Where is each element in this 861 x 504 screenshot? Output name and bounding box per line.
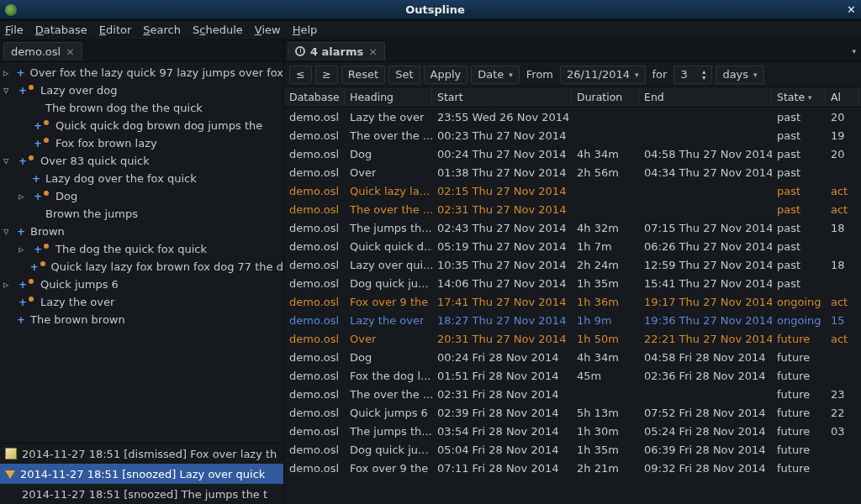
- expand-icon[interactable]: ▹: [3, 278, 13, 291]
- expand-icon[interactable]: ▿: [3, 225, 13, 238]
- tree-item[interactable]: ▿+Over 83 quick quick: [0, 152, 283, 170]
- tree-item[interactable]: +Lazy dog over the fox quick: [0, 170, 283, 187]
- schedule-grid[interactable]: demo.oslLazy the over23:55 Wed 26 Nov 20…: [284, 108, 861, 504]
- cell-db: demo.osl: [284, 348, 345, 366]
- table-row[interactable]: demo.oslDog quick ju...05:04 Fri 28 Nov …: [284, 440, 861, 459]
- col-alarm[interactable]: Al: [826, 87, 859, 107]
- tab-overflow-icon[interactable]: ▾: [852, 47, 856, 55]
- cell-state: future: [772, 366, 826, 385]
- table-row[interactable]: demo.oslFox over 9 the07:11 Fri 28 Nov 2…: [284, 459, 861, 477]
- count-spinner[interactable]: 3▴▾: [673, 66, 712, 84]
- tab-demo-osl[interactable]: demo.osl ×: [3, 42, 82, 60]
- cell-db: demo.osl: [284, 255, 345, 274]
- cell-start: 00:24 Fri 28 Nov 2014: [432, 348, 572, 366]
- log-row[interactable]: 2014-11-27 18:51 [snoozed] Lazy over qui…: [0, 464, 283, 484]
- close-button[interactable]: ✕: [847, 3, 856, 16]
- table-row[interactable]: demo.oslThe over the ...00:23 Thu 27 Nov…: [284, 126, 861, 144]
- menu-database[interactable]: Database: [35, 24, 87, 36]
- cell-state: past: [772, 255, 826, 274]
- cell-al: [826, 366, 859, 385]
- plus-bullet-icon: +: [28, 261, 47, 273]
- table-row[interactable]: demo.oslFox over 9 the17:41 Thu 27 Nov 2…: [284, 292, 861, 311]
- table-row[interactable]: demo.oslLazy the over23:55 Wed 26 Nov 20…: [284, 108, 861, 126]
- log-row[interactable]: 2014-11-27 18:51 [snoozed] The jumps the…: [0, 484, 283, 504]
- col-database[interactable]: Database: [284, 87, 345, 107]
- expand-icon[interactable]: ▹: [3, 66, 13, 79]
- tree-item[interactable]: ▹+Quick jumps 6: [0, 276, 283, 293]
- unit-select[interactable]: days▾: [716, 66, 763, 84]
- tree-item[interactable]: ▹+The dog the quick fox quick: [0, 240, 283, 258]
- table-row[interactable]: demo.oslThe jumps th...03:54 Fri 28 Nov …: [284, 422, 861, 440]
- cell-dur: [572, 126, 639, 144]
- cell-head: Lazy the over: [345, 311, 432, 329]
- close-icon[interactable]: ×: [368, 45, 378, 58]
- reset-button[interactable]: Reset: [341, 66, 385, 84]
- tab-alarms[interactable]: 4 alarms ×: [288, 42, 385, 60]
- table-row[interactable]: demo.oslQuick lazy la...02:15 Thu 27 Nov…: [284, 181, 861, 200]
- table-row[interactable]: demo.oslFox the dog l...01:51 Fri 28 Nov…: [284, 366, 861, 385]
- col-start[interactable]: Start: [432, 87, 572, 107]
- date-select[interactable]: 26/11/2014▾: [560, 66, 645, 84]
- cell-dur: [572, 200, 639, 218]
- tree-item[interactable]: ▿+Lazy over dog: [0, 81, 283, 99]
- cell-al: 20: [826, 144, 859, 163]
- table-row[interactable]: demo.oslQuick quick d...05:19 Thu 27 Nov…: [284, 237, 861, 255]
- table-row[interactable]: demo.oslOver01:38 Thu 27 Nov 20142h 56m0…: [284, 163, 861, 181]
- tree-item[interactable]: +The brown brown: [0, 311, 283, 328]
- menu-file[interactable]: File: [5, 24, 24, 36]
- table-row[interactable]: demo.oslThe jumps th...02:43 Thu 27 Nov …: [284, 218, 861, 237]
- col-duration[interactable]: Duration: [572, 87, 639, 107]
- apply-button[interactable]: Apply: [424, 66, 468, 84]
- table-row[interactable]: demo.oslLazy the over18:27 Thu 27 Nov 20…: [284, 311, 861, 329]
- tree-item-label: The dog the quick fox quick: [55, 243, 207, 255]
- set-button[interactable]: Set: [388, 66, 420, 84]
- menu-schedule[interactable]: Schedule: [193, 24, 243, 36]
- expand-icon[interactable]: ▹: [18, 190, 29, 202]
- cell-dur: 5h 13m: [572, 403, 639, 422]
- menu-search[interactable]: Search: [143, 24, 181, 36]
- table-row[interactable]: demo.oslQuick jumps 602:39 Fri 28 Nov 20…: [284, 403, 861, 422]
- table-row[interactable]: demo.oslLazy over qui...10:35 Thu 27 Nov…: [284, 255, 861, 274]
- table-row[interactable]: demo.oslDog quick ju...14:06 Thu 27 Nov …: [284, 274, 861, 292]
- outline-tree[interactable]: ▹+Over fox the lazy quick 97 lazy jumps …: [0, 62, 283, 443]
- col-heading[interactable]: Heading: [345, 87, 432, 107]
- tree-item[interactable]: +Quick lazy lazy fox brown fox dog 77 th…: [0, 258, 283, 276]
- table-row[interactable]: demo.oslDog00:24 Thu 27 Nov 20144h 34m04…: [284, 144, 861, 163]
- menu-editor[interactable]: Editor: [99, 24, 131, 36]
- cell-start: 23:55 Wed 26 Nov 2014: [432, 108, 572, 126]
- table-row[interactable]: demo.oslOver20:31 Thu 27 Nov 20141h 50m2…: [284, 329, 861, 348]
- cell-head: The jumps th...: [345, 422, 432, 440]
- alarm-log[interactable]: 2014-11-27 18:51 [dismissed] Fox over la…: [0, 443, 283, 504]
- left-panel: demo.osl × ▹+Over fox the lazy quick 97 …: [0, 40, 284, 504]
- expand-icon[interactable]: ▿: [3, 155, 13, 167]
- cell-head: Dog: [345, 144, 432, 163]
- cell-al: [826, 163, 859, 181]
- close-icon[interactable]: ×: [66, 45, 75, 58]
- cell-head: Dog: [345, 348, 432, 366]
- prev-button[interactable]: ≤: [289, 66, 312, 84]
- tree-item[interactable]: Brown the jumps: [0, 205, 283, 223]
- col-state[interactable]: State▾: [772, 87, 826, 107]
- table-row[interactable]: demo.oslThe over the ...02:31 Fri 28 Nov…: [284, 385, 861, 403]
- tree-item[interactable]: +Quick quick dog brown dog jumps the: [0, 117, 283, 134]
- tree-item[interactable]: +Lazy the over: [0, 293, 283, 311]
- tree-item[interactable]: ▿+Brown: [0, 223, 283, 240]
- tree-item[interactable]: ▹+Over fox the lazy quick 97 lazy jumps …: [0, 64, 283, 81]
- table-row[interactable]: demo.oslDog00:24 Fri 28 Nov 20144h 34m04…: [284, 348, 861, 366]
- tree-item[interactable]: +Fox fox brown lazy: [0, 134, 283, 152]
- plus-bullet-icon: +: [15, 297, 37, 308]
- cell-head: Fox the dog l...: [345, 366, 432, 385]
- tree-item-label: Quick lazy lazy fox brown fox dog 77 the…: [50, 260, 283, 273]
- expand-icon[interactable]: ▿: [3, 84, 13, 97]
- col-end[interactable]: End: [639, 87, 772, 107]
- table-row[interactable]: demo.oslThe over the ...02:31 Thu 27 Nov…: [284, 200, 861, 218]
- menu-help[interactable]: Help: [293, 24, 318, 36]
- next-button[interactable]: ≥: [315, 66, 338, 84]
- sort-select[interactable]: Date▾: [471, 66, 520, 84]
- tree-item[interactable]: ▹+Dog: [0, 187, 283, 205]
- expand-icon[interactable]: ▹: [18, 243, 29, 255]
- tree-item[interactable]: The brown dog the the quick: [0, 99, 283, 117]
- cell-state: future: [772, 459, 826, 477]
- log-row[interactable]: 2014-11-27 18:51 [dismissed] Fox over la…: [0, 444, 283, 464]
- menu-view[interactable]: View: [255, 24, 281, 36]
